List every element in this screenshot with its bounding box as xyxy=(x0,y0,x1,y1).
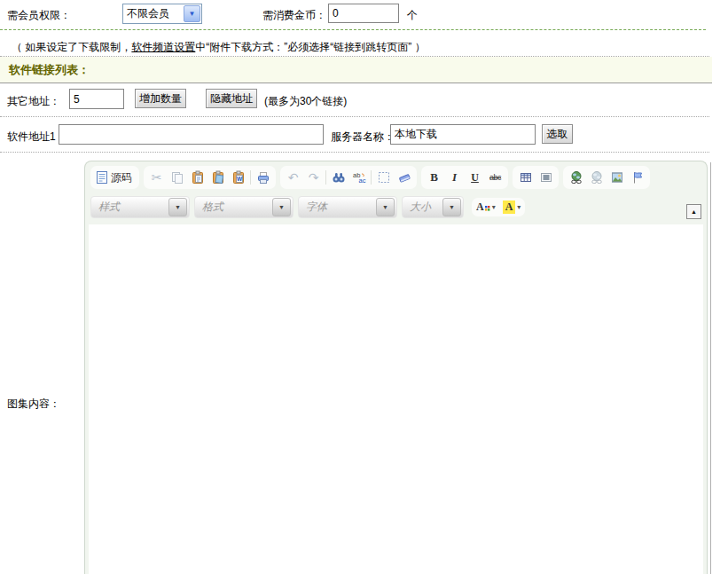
download-limit-note: （ 如果设定了下载限制，软件频道设置中“附件下载方式：”必须选择“链接到跳转页面… xyxy=(12,40,426,55)
section-title: 软件链接列表： xyxy=(0,57,712,83)
gallery-content-label: 图集内容： xyxy=(7,397,60,412)
dashed-separator xyxy=(0,29,706,30)
remove-format-icon[interactable] xyxy=(394,168,414,187)
paste-icon[interactable] xyxy=(187,168,207,187)
note-suffix: 中“附件下载方式：”必须选择“链接到跳转页面” ） xyxy=(195,41,425,53)
print-icon[interactable] xyxy=(253,168,273,187)
highlight-color-icon[interactable]: A ▾ xyxy=(501,200,523,215)
editor-content-area[interactable] xyxy=(89,224,703,574)
member-permission-label: 需会员权限： xyxy=(7,8,71,23)
cut-icon: ✂ xyxy=(146,168,167,187)
toolbar-separator xyxy=(250,170,251,185)
format-dropdown[interactable]: 格式 ▼ xyxy=(194,196,294,218)
coins-unit: 个 xyxy=(407,8,418,23)
editor-toolbar-row-1: 源码 ✂ W ↶ ↷ abac B I U abc xyxy=(85,161,707,189)
undo-icon: ↶ xyxy=(283,168,303,187)
text-color-icon[interactable]: A ▾ xyxy=(474,200,497,215)
chevron-down-icon[interactable]: ▼ xyxy=(442,198,461,216)
bold-icon[interactable]: B xyxy=(424,168,444,187)
source-icon xyxy=(95,170,109,185)
other-address-label: 其它地址： xyxy=(7,94,60,109)
toolbar-group-history-find: ↶ ↷ abac xyxy=(280,166,417,189)
toolbar-group-links xyxy=(563,166,650,189)
unlink-icon xyxy=(586,168,607,187)
hide-address-button[interactable]: 隐藏地址 xyxy=(206,89,257,108)
toolbar-group-colors: A ▾ A ▾ xyxy=(472,198,525,216)
size-dropdown-label: 大小 xyxy=(403,200,431,215)
chevron-down-icon[interactable]: ▾ xyxy=(492,203,496,211)
server-name-input[interactable] xyxy=(390,124,536,145)
collapse-toolbar-icon: ▲ xyxy=(691,208,697,215)
coins-input[interactable] xyxy=(328,4,399,23)
toolbar-group-table xyxy=(513,166,559,189)
horizontal-lines-icon[interactable] xyxy=(536,168,556,187)
channel-settings-link[interactable]: 软件频道设置 xyxy=(131,41,195,53)
section-header: 软件链接列表： xyxy=(0,57,712,83)
toolbar-group-basicstyles: B I U abc xyxy=(421,166,508,189)
replace-icon[interactable]: abac xyxy=(348,168,369,187)
strikethrough-icon[interactable]: abc xyxy=(485,168,505,187)
software-address-input[interactable] xyxy=(59,124,324,145)
server-name-label: 服务器名称： xyxy=(331,130,395,145)
svg-text:ac: ac xyxy=(358,177,365,185)
editor-toolbar-row-2: 样式 ▼ 格式 ▼ 字体 ▼ 大小 ▼ A ▾ A ▾ xyxy=(85,192,707,218)
member-permission-value: 不限会员 xyxy=(123,6,183,21)
chevron-down-icon[interactable]: ▼ xyxy=(272,198,291,216)
collapse-toolbar-button[interactable]: ▲ xyxy=(686,204,701,219)
svg-text:W: W xyxy=(236,176,242,182)
address-count-input[interactable] xyxy=(69,89,124,109)
source-button[interactable]: 源码 xyxy=(93,168,137,187)
toolbar-separator xyxy=(371,170,372,185)
chevron-down-icon[interactable]: ▼ xyxy=(168,198,187,216)
software-address-label: 软件地址1： xyxy=(7,130,67,145)
table-icon[interactable] xyxy=(515,168,536,187)
toolbar-group-clipboard: ✂ W xyxy=(144,166,276,189)
toolbar-separator xyxy=(325,170,326,185)
paste-text-icon[interactable] xyxy=(207,168,228,187)
dotted-separator xyxy=(0,152,709,153)
redo-icon: ↷ xyxy=(303,168,324,187)
select-all-icon[interactable] xyxy=(373,168,394,187)
size-dropdown[interactable]: 大小 ▼ xyxy=(402,196,464,218)
max-links-hint: (最多为30个链接) xyxy=(264,94,347,109)
underline-icon[interactable]: U xyxy=(465,168,485,187)
link-icon[interactable] xyxy=(566,168,586,187)
table-right-border xyxy=(710,162,711,574)
find-icon[interactable] xyxy=(328,168,348,187)
font-dropdown-label: 字体 xyxy=(299,200,327,215)
dotted-separator xyxy=(0,116,709,117)
format-dropdown-label: 格式 xyxy=(195,200,223,215)
chevron-down-icon[interactable]: ▼ xyxy=(376,198,395,216)
image-icon[interactable] xyxy=(607,168,627,187)
toolbar-group-source: 源码 xyxy=(90,166,139,189)
italic-icon[interactable]: I xyxy=(444,168,465,187)
copy-icon xyxy=(167,168,187,187)
rich-text-editor: 源码 ✂ W ↶ ↷ abac B I U abc xyxy=(84,161,708,574)
source-button-label: 源码 xyxy=(111,170,132,185)
pick-server-button[interactable]: 选取 xyxy=(542,124,573,144)
chevron-down-icon[interactable]: ▼ xyxy=(184,5,200,22)
font-dropdown[interactable]: 字体 ▼ xyxy=(298,196,397,218)
chevron-down-icon[interactable]: ▾ xyxy=(517,203,521,211)
style-dropdown-label: 样式 xyxy=(91,200,120,215)
note-prefix: （ 如果设定了下载限制， xyxy=(12,41,131,53)
anchor-flag-icon[interactable] xyxy=(627,168,647,187)
paste-word-icon[interactable]: W xyxy=(228,168,248,187)
coins-label: 需消费金币： xyxy=(262,8,326,23)
style-dropdown[interactable]: 样式 ▼ xyxy=(90,196,190,218)
add-quantity-button[interactable]: 增加数量 xyxy=(135,89,186,108)
member-permission-select[interactable]: 不限会员 ▼ xyxy=(122,4,202,24)
